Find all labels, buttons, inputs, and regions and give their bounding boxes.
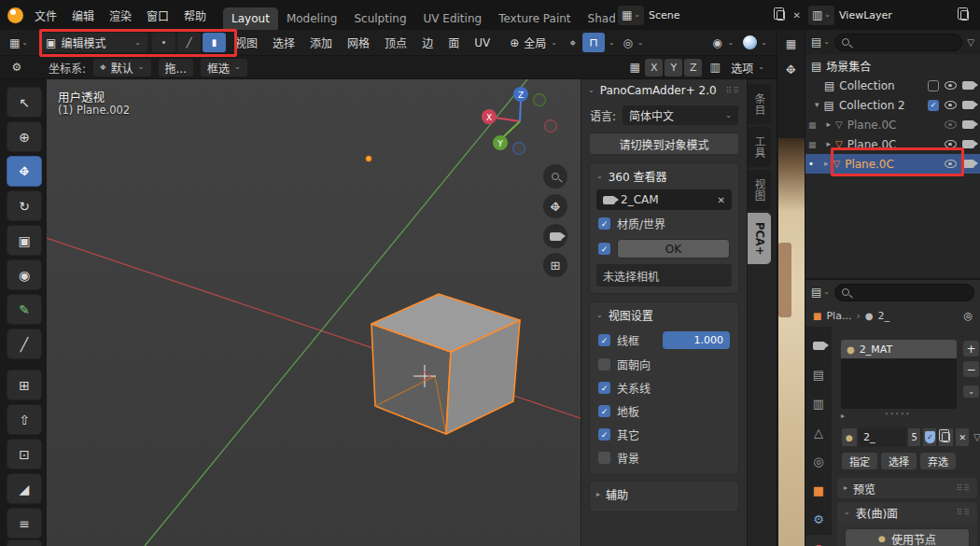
coord-system-select[interactable]: ⌖ 默认 ⌄: [93, 59, 150, 77]
sidebar-tab-tool[interactable]: 工具: [748, 127, 771, 167]
sidebar-tab-item[interactable]: 条目: [748, 84, 771, 124]
menu-edge[interactable]: 边: [414, 32, 441, 53]
pin-icon[interactable]: ◎: [963, 310, 973, 322]
scene-tab[interactable]: △: [805, 419, 832, 445]
transform-tool[interactable]: ◉: [7, 259, 42, 290]
bevel-tool[interactable]: ◢: [7, 473, 42, 504]
browse-material-button[interactable]: ●: [841, 427, 858, 447]
wireframe-slider[interactable]: 1.000: [663, 331, 730, 349]
render-camera-icon[interactable]: [962, 160, 974, 168]
filter-funnel-icon[interactable]: ▽: [973, 432, 980, 442]
snap-toggle-button[interactable]: ⊔: [582, 33, 605, 52]
preview-panel-header[interactable]: ▸ 预览 ⠿⠿: [837, 478, 977, 498]
render-camera-icon[interactable]: [962, 140, 974, 148]
editor-type-button[interactable]: ▦ ⌄: [6, 33, 32, 52]
tab-texture-paint[interactable]: Texture Paint: [490, 7, 579, 30]
menu-uv[interactable]: UV: [467, 34, 497, 52]
annotate-tool[interactable]: ✎: [7, 294, 42, 325]
snap-target-button[interactable]: ⌖: [564, 36, 582, 49]
switch-object-mode-button[interactable]: 请切换到对象模式: [589, 133, 739, 155]
sidebar-tab-pca[interactable]: PCA+: [748, 213, 771, 264]
floor-checkbox[interactable]: ✓: [598, 405, 610, 417]
viewlayer-tab[interactable]: ▥: [805, 390, 832, 416]
outliner-search[interactable]: [834, 34, 962, 51]
mirror-y-button[interactable]: Y: [665, 59, 682, 77]
tab-layout[interactable]: Layout: [223, 7, 278, 30]
sidebar-tab-view[interactable]: 视图: [748, 170, 771, 210]
menu-view[interactable]: 视图: [228, 32, 265, 53]
zoom-button[interactable]: [543, 164, 567, 189]
scene-name[interactable]: Scene: [649, 9, 680, 21]
render-tab[interactable]: [805, 332, 832, 358]
loop-cut-tool[interactable]: ≡: [7, 508, 42, 539]
material-world-row[interactable]: ✓ 材质/世界: [590, 212, 738, 235]
perspective-toggle-button[interactable]: ⊞: [543, 253, 567, 277]
properties-search[interactable]: [834, 284, 974, 301]
menu-edit[interactable]: 编辑: [64, 5, 102, 26]
extras-checkbox[interactable]: ✓: [598, 428, 610, 441]
scale-tool[interactable]: ▣: [7, 225, 42, 256]
world-tab[interactable]: ◎: [805, 448, 832, 474]
new-material-button[interactable]: [938, 427, 954, 447]
select-mode-select[interactable]: 框选 ⌄: [201, 59, 247, 77]
menu-face[interactable]: 面: [441, 32, 467, 53]
viewport-shading-sphere-icon[interactable]: [743, 35, 757, 49]
mode-select[interactable]: ▣ 编辑模式 ⌄: [39, 33, 147, 52]
tab-sculpting[interactable]: Sculpting: [345, 7, 414, 30]
rotate-tool[interactable]: ↻: [7, 190, 42, 221]
eye-icon[interactable]: [945, 101, 957, 109]
render-camera-icon[interactable]: [962, 81, 974, 90]
eye-icon[interactable]: [945, 160, 957, 168]
sliver-tool-button[interactable]: ↔↔: [777, 63, 805, 75]
outliner-search-input[interactable]: [854, 36, 955, 49]
proportional-edit-button[interactable]: ◎: [619, 36, 637, 49]
modifiers-tab[interactable]: ⚙: [805, 506, 832, 532]
material-world-checkbox[interactable]: ✓: [598, 217, 610, 230]
properties-search-input[interactable]: [854, 287, 967, 299]
camera-view-button[interactable]: [543, 224, 567, 248]
sliver-editor-type-button[interactable]: ▦: [777, 37, 805, 50]
drag-grip-icon[interactable]: ⠿⠿: [957, 508, 971, 517]
expand-icon[interactable]: ▸: [824, 160, 829, 168]
scene-browse-button[interactable]: ▦ ⌄: [618, 6, 644, 25]
exclude-checkbox[interactable]: [928, 80, 939, 91]
slot-specials-button[interactable]: ⌄: [962, 385, 980, 399]
menu-add[interactable]: 添加: [302, 32, 340, 53]
drag-grip-icon[interactable]: ⠿⠿: [957, 483, 971, 493]
menu-render[interactable]: 渲染: [102, 5, 139, 26]
render-camera-icon[interactable]: [962, 120, 974, 129]
menu-select[interactable]: 选择: [265, 32, 302, 53]
material-slot-list[interactable]: ● 2_MAT: [841, 340, 957, 409]
properties-editor-type-button[interactable]: ▤ ⌄: [811, 286, 830, 299]
material-tab[interactable]: ●: [805, 535, 832, 546]
snap-settings-icon[interactable]: ▥: [706, 61, 724, 74]
plane-row[interactable]: ▦ ▸ ▽ Plane.0C: [805, 134, 980, 154]
cursor-tool[interactable]: ⊕: [7, 121, 42, 152]
options-dropdown[interactable]: 选项 ⌄: [724, 58, 771, 77]
background-checkbox[interactable]: [598, 452, 610, 464]
extrude-tool[interactable]: ⇧: [7, 404, 42, 435]
inset-faces-tool[interactable]: ⊡: [7, 439, 42, 469]
outliner-editor-type-button[interactable]: ▤ ⌄: [811, 35, 830, 49]
tab-shading[interactable]: Shading: [580, 7, 616, 30]
deselect-button[interactable]: 弃选: [919, 452, 957, 470]
render-camera-icon[interactable]: [962, 101, 974, 109]
viewlayer-name[interactable]: ViewLayer: [839, 9, 892, 21]
move-tool[interactable]: ↔↔: [7, 156, 42, 187]
menu-vertex[interactable]: 顶点: [377, 32, 414, 53]
pan-button[interactable]: ↔↔: [543, 194, 567, 218]
wireframe-checkbox[interactable]: ✓: [598, 334, 610, 346]
no-camera-field[interactable]: 未选择相机: [596, 264, 732, 287]
clear-camera-icon[interactable]: ✕: [718, 195, 725, 205]
measure-tool[interactable]: ╱: [7, 329, 42, 359]
drag-action-select[interactable]: 拖...: [159, 59, 193, 77]
active-tool-icon[interactable]: ⚙: [7, 61, 26, 74]
collection-row[interactable]: ▤ Collection: [805, 76, 980, 95]
ok-button[interactable]: OK: [617, 239, 730, 259]
new-scene-icon[interactable]: [777, 10, 785, 21]
plane-row-hidden[interactable]: ▦ ▸ ▽ Plane.0C: [805, 115, 980, 134]
edge-select-button[interactable]: ╱: [177, 33, 201, 52]
close-icon[interactable]: ✕: [793, 10, 801, 21]
add-slot-button[interactable]: +: [962, 340, 980, 357]
resize-grip-icon[interactable]: ∙∙∙∙∙: [884, 409, 910, 418]
